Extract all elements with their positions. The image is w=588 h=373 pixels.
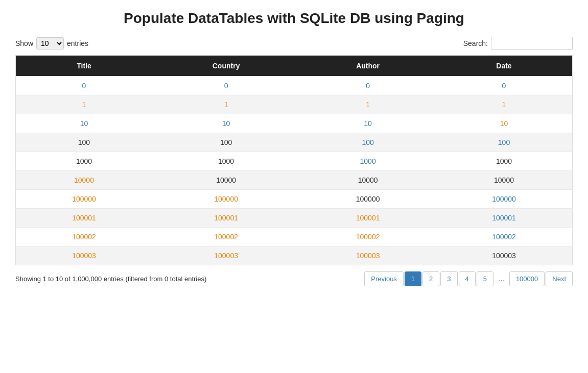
table-cell[interactable]: 1000 (300, 152, 436, 171)
table-row: 100100100100 (16, 133, 573, 152)
next-button[interactable]: Next (546, 271, 573, 286)
table-cell[interactable]: 10 (16, 114, 152, 133)
table-cell[interactable]: 1 (152, 95, 300, 114)
table-cell[interactable]: 100 (436, 133, 573, 152)
show-entries-control: Show 10 25 50 100 entries (15, 37, 88, 49)
table-cell[interactable]: 10 (300, 114, 436, 133)
search-label: Search: (463, 39, 488, 47)
table-row: 0000 (16, 77, 573, 95)
page-button-5[interactable]: 5 (477, 271, 493, 286)
table-cell: 10000 (152, 171, 300, 190)
page-button-1[interactable]: 1 (405, 271, 421, 286)
col-header-title: Title (16, 56, 152, 77)
entries-select[interactable]: 10 25 50 100 (36, 37, 64, 49)
table-cell: 100003 (436, 246, 573, 265)
table-cell: 10000 (436, 171, 573, 190)
table-cell[interactable]: 100003 (300, 246, 436, 265)
table-cell[interactable]: 10 (152, 114, 300, 133)
table-cell[interactable]: 10 (436, 114, 573, 133)
table-cell[interactable]: 100000 (152, 190, 300, 209)
page-title: Populate DataTables with SQLite DB using… (15, 10, 573, 27)
table-cell[interactable]: 100001 (16, 209, 152, 228)
table-row: 1111 (16, 95, 573, 114)
table-cell[interactable]: 100003 (16, 246, 152, 265)
table-cell: 1000 (436, 152, 573, 171)
table-cell[interactable]: 1 (436, 95, 573, 114)
table-cell[interactable]: 0 (436, 77, 573, 95)
table-info: Showing 1 to 10 of 1,000,000 entries (fi… (15, 275, 206, 283)
table-cell[interactable]: 100003 (152, 246, 300, 265)
table-row: 100003100003100003100003 (16, 246, 573, 265)
table-row: 100001100001100001100001 (16, 209, 573, 228)
table-cell[interactable]: 100000 (16, 190, 152, 209)
data-table: Title Country Author Date 00001111101010… (15, 55, 573, 265)
table-cell: 100 (16, 133, 152, 152)
table-cell[interactable]: 100000 (436, 190, 573, 209)
search-input[interactable] (491, 37, 573, 50)
page-button-last[interactable]: 100000 (509, 271, 545, 286)
pagination: Previous 1 2 3 4 5 ... 100000 Next (364, 271, 573, 286)
show-label-post: entries (67, 39, 88, 47)
table-header-row: Title Country Author Date (16, 56, 573, 77)
table-row: 100002100002100002100002 (16, 228, 573, 246)
pagination-ellipsis: ... (495, 272, 508, 286)
table-cell[interactable]: 10000 (16, 171, 152, 190)
table-cell[interactable]: 100002 (152, 228, 300, 246)
col-header-date: Date (436, 56, 573, 77)
controls-top: Show 10 25 50 100 entries Search: (15, 37, 573, 50)
page-button-2[interactable]: 2 (422, 271, 439, 286)
table-cell[interactable]: 0 (300, 77, 436, 95)
table-cell[interactable]: 100002 (16, 228, 152, 246)
previous-button[interactable]: Previous (364, 271, 404, 286)
table-cell[interactable]: 100002 (300, 228, 436, 246)
table-cell[interactable]: 100002 (436, 228, 573, 246)
table-cell[interactable]: 100001 (300, 209, 436, 228)
page-button-4[interactable]: 4 (459, 271, 476, 286)
table-cell: 1000 (16, 152, 152, 171)
table-cell[interactable]: 100001 (436, 209, 573, 228)
table-cell: 100000 (300, 190, 436, 209)
table-cell[interactable]: 0 (16, 77, 152, 95)
controls-bottom: Showing 1 to 10 of 1,000,000 entries (fi… (15, 271, 573, 286)
table-row: 1000100010001000 (16, 152, 573, 171)
page-button-3[interactable]: 3 (440, 271, 457, 286)
table-cell: 10000 (300, 171, 436, 190)
table-cell[interactable]: 1 (300, 95, 436, 114)
table-cell[interactable]: 1 (16, 95, 152, 114)
table-row: 10101010 (16, 114, 573, 133)
table-cell: 100 (152, 133, 300, 152)
col-header-author: Author (300, 56, 436, 77)
table-cell: 1000 (152, 152, 300, 171)
table-cell[interactable]: 100 (300, 133, 436, 152)
table-row: 10000100001000010000 (16, 171, 573, 190)
col-header-country: Country (152, 56, 300, 77)
search-box: Search: (463, 37, 573, 50)
table-cell[interactable]: 0 (152, 77, 300, 95)
table-cell[interactable]: 100001 (152, 209, 300, 228)
table-row: 100000100000100000100000 (16, 190, 573, 209)
show-label-pre: Show (15, 39, 33, 47)
